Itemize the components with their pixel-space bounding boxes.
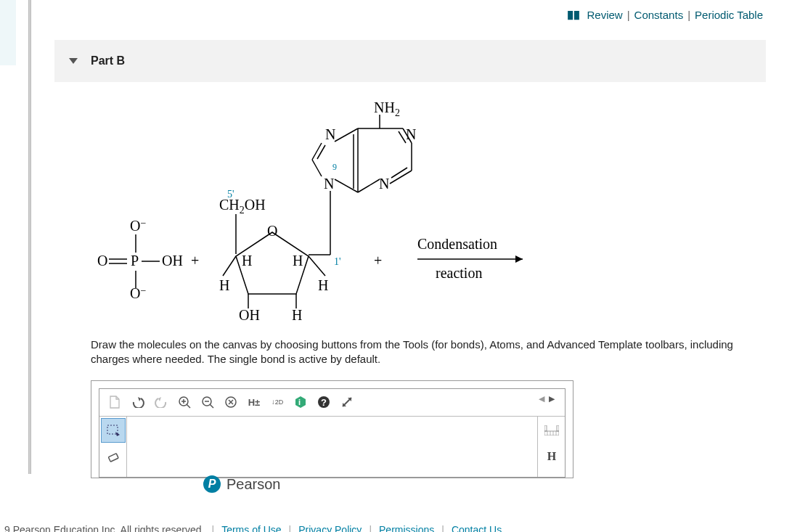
eraser-tool-icon[interactable] <box>101 444 126 469</box>
plus-2: + <box>374 253 382 269</box>
permissions-link[interactable]: Permissions <box>379 524 434 532</box>
zoom-in-icon[interactable] <box>173 391 195 413</box>
svg-text:reaction: reaction <box>436 265 482 281</box>
svg-rect-75 <box>544 431 559 435</box>
svg-line-35 <box>358 179 380 192</box>
svg-rect-77 <box>557 425 559 431</box>
reaction-diagram: O− O− O P OH + O 5' CH2OH <box>91 91 541 323</box>
svg-text:OH: OH <box>162 253 183 269</box>
svg-text:CH2OH: CH2OH <box>219 197 266 216</box>
svg-line-34 <box>335 179 358 192</box>
reaction-arrow: Condensation reaction <box>417 236 523 281</box>
top-links: Review | Constants | Periodic Table <box>567 9 764 21</box>
svg-line-40 <box>312 160 322 176</box>
svg-text:O−: O− <box>130 285 146 301</box>
instruction-text: Draw the molecules on the canvas by choo… <box>91 337 766 367</box>
privacy-link[interactable]: Privacy Policy <box>298 524 362 532</box>
svg-text:OH: OH <box>239 307 260 323</box>
molecule-drawer: H± ↓2D i ? ◀ ▶ H <box>91 380 573 478</box>
svg-line-48 <box>391 168 407 178</box>
svg-text:9: 9 <box>332 162 337 172</box>
left-toolbar <box>99 417 127 477</box>
pager-prev-icon[interactable]: ◀ <box>537 394 546 404</box>
plus-1: + <box>191 253 199 269</box>
fullscreen-icon[interactable] <box>336 391 358 413</box>
hydrogen-atom-button[interactable]: H <box>539 444 564 469</box>
svg-rect-74 <box>108 453 118 461</box>
svg-line-57 <box>187 404 190 408</box>
svg-text:N: N <box>406 126 416 142</box>
svg-line-61 <box>210 404 213 408</box>
svg-text:H: H <box>242 253 252 269</box>
new-file-icon[interactable] <box>104 391 126 413</box>
help-icon[interactable]: ? <box>313 391 335 413</box>
svg-text:H: H <box>292 307 302 323</box>
right-toolbar: H <box>537 417 565 477</box>
svg-line-41 <box>312 143 322 160</box>
terms-link[interactable]: Terms of Use <box>221 524 281 532</box>
info-icon[interactable]: i <box>290 391 311 413</box>
svg-rect-76 <box>544 425 547 431</box>
review-link[interactable]: Review <box>587 9 623 21</box>
svg-text:H: H <box>219 277 229 293</box>
pager-next-icon[interactable]: ▶ <box>547 394 556 404</box>
svg-text:Condensation: Condensation <box>417 236 497 252</box>
svg-text:?: ? <box>321 397 327 408</box>
svg-text:H: H <box>293 253 303 269</box>
separator: | <box>687 9 690 21</box>
charge-button[interactable]: H± <box>243 391 265 413</box>
svg-marker-54 <box>138 397 141 401</box>
drawing-canvas[interactable] <box>127 417 537 477</box>
svg-line-45 <box>399 131 406 143</box>
periodic-table-link[interactable]: Periodic Table <box>695 9 763 21</box>
pearson-name: Pearson <box>226 476 281 493</box>
toolbar-pager: ◀ ▶ <box>537 394 556 404</box>
periodic-grid-icon[interactable] <box>539 418 564 443</box>
part-header[interactable]: Part B <box>54 40 766 82</box>
top-toolbar: H± ↓2D i ? ◀ ▶ <box>99 389 565 417</box>
vertical-divider <box>28 0 31 474</box>
phosphate-group: O− O− O P OH <box>97 218 183 301</box>
copyright-text: 9 Pearson Education Inc. All rights rese… <box>4 524 204 532</box>
zoom-out-icon[interactable] <box>197 391 219 413</box>
svg-text:N: N <box>379 176 389 192</box>
2d-button[interactable]: ↓2D <box>266 391 288 413</box>
pearson-brand: P Pearson <box>203 475 281 493</box>
svg-text:H: H <box>318 277 328 293</box>
separator: | <box>627 9 630 21</box>
svg-text:O−: O− <box>130 218 146 234</box>
svg-text:O: O <box>97 253 107 269</box>
svg-line-36 <box>335 128 358 142</box>
svg-text:N: N <box>324 176 334 192</box>
footer-links: 9 Pearson Education Inc. All rights rese… <box>0 524 792 532</box>
part-label: Part B <box>91 54 125 67</box>
book-icon <box>567 10 580 20</box>
left-panel-sliver <box>0 0 16 65</box>
svg-text:NH2: NH2 <box>374 99 400 118</box>
svg-line-19 <box>309 256 325 276</box>
zoom-reset-icon[interactable] <box>220 391 242 413</box>
contact-link[interactable]: Contact Us <box>452 524 502 532</box>
pearson-logo-icon: P <box>203 475 221 493</box>
undo-icon[interactable] <box>127 391 149 413</box>
marquee-tool-icon[interactable] <box>101 418 126 443</box>
svg-text:i: i <box>298 398 301 406</box>
svg-marker-55 <box>158 397 161 401</box>
svg-marker-52 <box>515 255 523 263</box>
constants-link[interactable]: Constants <box>634 9 684 21</box>
caret-down-icon <box>69 58 78 64</box>
redo-icon[interactable] <box>150 391 172 413</box>
svg-text:P: P <box>131 253 139 269</box>
svg-text:1': 1' <box>334 256 341 267</box>
sugar-ring: O 5' CH2OH H H H H OH H 1' <box>219 189 341 323</box>
svg-text:N: N <box>325 126 335 142</box>
svg-text:O: O <box>267 223 277 239</box>
purine-base: N 9 N N N NH2 <box>312 99 416 192</box>
svg-line-20 <box>223 256 236 276</box>
svg-line-42 <box>317 145 325 159</box>
